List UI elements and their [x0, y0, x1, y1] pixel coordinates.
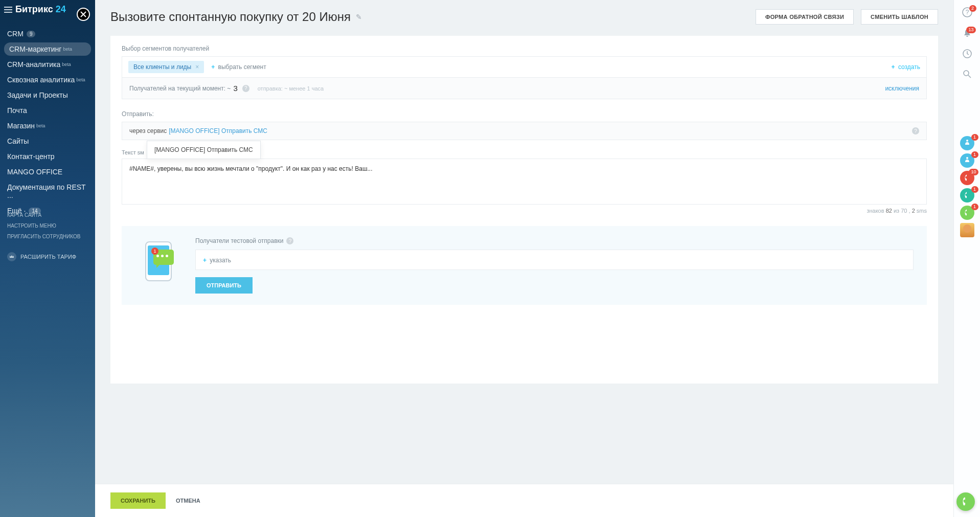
bell-icon[interactable]: 13: [963, 29, 972, 40]
beta-label: beta: [63, 47, 72, 52]
logo-suffix: 24: [56, 4, 66, 14]
segment-chip-label: Все клиенты и лиды: [133, 63, 191, 71]
main: Вызовите спонтанную покупку от 20 Июня ✎…: [95, 0, 953, 517]
bottom-bar: СОХРАНИТЬ ОТМЕНА: [95, 484, 953, 517]
svg-point-3: [964, 71, 969, 76]
nav: CRM 9 CRM-маркетинг beta CRM-аналитика b…: [0, 26, 95, 218]
sidebar-item-rest-docs[interactable]: Документация по REST ...: [0, 179, 95, 203]
fab-call-button[interactable]: [956, 492, 975, 511]
beta-label: beta: [76, 77, 85, 82]
right-rail: ? 2 13 1 1 10 1 1: [953, 0, 980, 517]
send-label: Отправить:: [110, 99, 938, 122]
expand-tariff-label: РАСШИРИТЬ ТАРИФ: [20, 254, 76, 260]
nav-badge: 9: [27, 31, 36, 37]
help-icon[interactable]: ?: [242, 85, 249, 92]
contact-icon[interactable]: 10: [960, 171, 974, 185]
service-prefix: через сервис: [129, 127, 167, 134]
contact-icon[interactable]: 1: [960, 206, 974, 220]
footer-invite[interactable]: ПРИГЛАСИТЬ СОТРУДНИКОВ: [7, 231, 88, 242]
save-button[interactable]: СОХРАНИТЬ: [110, 492, 166, 509]
contact-icon[interactable]: 1: [960, 188, 974, 203]
edit-icon[interactable]: ✎: [356, 13, 362, 21]
contact-icon[interactable]: 1: [960, 153, 974, 168]
service-dropdown[interactable]: [MANGO OFFICE] Отправить СМС: [147, 141, 261, 159]
sidebar-item-crm-marketing[interactable]: CRM-маркетинг beta: [4, 42, 91, 56]
sidebar-item-label: CRM-аналитика: [7, 60, 60, 69]
service-row: через сервис [MANGO OFFICE] Отправить СМ…: [122, 122, 927, 140]
expand-tariff[interactable]: РАСШИРИТЬ ТАРИФ: [7, 252, 88, 261]
page-title: Вызовите спонтанную покупку от 20 Июня: [110, 10, 351, 24]
recipients-count: 3: [233, 84, 237, 93]
plus-icon: +: [211, 63, 215, 71]
exclusions-link[interactable]: исключения: [885, 85, 919, 92]
logo[interactable]: Битрикс 24: [15, 4, 66, 15]
sms-count: 2: [912, 208, 915, 214]
char-current: 82: [886, 208, 892, 214]
phone-notif-badge: 1: [151, 248, 158, 255]
specify-box[interactable]: + указать: [195, 250, 914, 270]
avatar-icon[interactable]: [960, 223, 974, 237]
char-prefix: знаков: [867, 208, 884, 214]
change-template-button[interactable]: СМЕНИТЬ ШАБЛОН: [861, 9, 938, 25]
contact-badge: 1: [971, 134, 978, 141]
sidebar-item-sites[interactable]: Сайты: [0, 133, 95, 149]
sidebar-item-mail[interactable]: Почта: [0, 103, 95, 118]
clock-icon[interactable]: [963, 49, 972, 60]
sidebar-item-label: CRM-маркетинг: [9, 45, 61, 53]
chip-close-icon[interactable]: ×: [195, 63, 199, 71]
help-badge: 2: [969, 5, 976, 12]
contact-icons: 1 1 10 1 1: [960, 136, 974, 237]
sidebar-item-label: CRM: [7, 30, 24, 38]
sidebar-item-through-analytics[interactable]: Сквозная аналитика beta: [0, 72, 95, 87]
sidebar-item-label: MANGO OFFICE: [7, 168, 62, 176]
char-counter: знаков 82 из 70 , 2 sms: [110, 205, 938, 217]
plus-icon: +: [892, 63, 895, 71]
sidebar-item-label: Почта: [7, 106, 27, 115]
sidebar-item-tasks[interactable]: Задачи и Проекты: [0, 87, 95, 103]
specify-label: указать: [210, 257, 231, 264]
contact-icon[interactable]: 1: [960, 136, 974, 150]
test-label-text: Получатели тестовой отправки: [195, 237, 283, 244]
add-segment-link[interactable]: + выбрать сегмент: [211, 63, 266, 71]
specify-link[interactable]: + указать: [203, 257, 231, 264]
contact-badge: 1: [971, 204, 978, 210]
sidebar-item-crm[interactable]: CRM 9: [0, 26, 95, 41]
hamburger-icon[interactable]: [4, 7, 12, 13]
help-icon[interactable]: ? 2: [962, 7, 972, 19]
sending-time: отправка: ~ менее 1 часа: [258, 85, 324, 92]
close-icon[interactable]: [77, 8, 90, 21]
segments-label: Выбор сегментов получателей: [110, 45, 938, 56]
char-limit: 70: [901, 208, 907, 214]
sidebar-item-mango-office[interactable]: MANGO OFFICE: [0, 164, 95, 179]
sidebar-item-crm-analytics[interactable]: CRM-аналитика beta: [0, 57, 95, 72]
sidebar-item-label: Сайты: [7, 137, 29, 145]
help-icon[interactable]: ?: [912, 127, 919, 134]
cancel-button[interactable]: ОТМЕНА: [176, 498, 200, 504]
sms-body: #NAME#, уверены, вы всю жизнь мечтали о …: [129, 165, 373, 172]
header-buttons: ФОРМА ОБРАТНОЙ СВЯЗИ СМЕНИТЬ ШАБЛОН: [756, 9, 938, 25]
dropdown-option[interactable]: [MANGO OFFICE] Отправить СМС: [154, 146, 253, 153]
recipients-label: Получателей на текущий момент: ~: [129, 85, 231, 92]
sidebar-item-label: Документация по REST ...: [7, 183, 88, 199]
service-link[interactable]: [MANGO OFFICE] Отправить СМС: [169, 127, 267, 134]
footer-configure-menu[interactable]: НАСТРОИТЬ МЕНЮ: [7, 220, 88, 231]
phone-illustration: 1: [135, 237, 181, 283]
logo-text: Битрикс: [15, 4, 53, 14]
contact-badge: 1: [971, 186, 978, 193]
segment-chip[interactable]: Все клиенты и лиды ×: [128, 61, 204, 73]
svg-text:?: ?: [965, 9, 969, 16]
help-icon[interactable]: ?: [286, 237, 293, 244]
test-send-button[interactable]: ОТПРАВИТЬ: [195, 277, 253, 294]
test-send-block: 1 Получатели тестовой отправки ? + указа…: [122, 226, 927, 305]
footer-sitemap[interactable]: КАРТА САЙТА: [7, 210, 88, 220]
search-icon[interactable]: [963, 70, 972, 81]
feedback-button[interactable]: ФОРМА ОБРАТНОЙ СВЯЗИ: [756, 9, 854, 25]
sidebar-item-label: Задачи и Проекты: [7, 91, 68, 99]
sms-textarea[interactable]: #NAME#, уверены, вы всю жизнь мечтали о …: [122, 159, 927, 205]
sidebar-item-contact-center[interactable]: Контакт-центр: [0, 149, 95, 164]
sidebar-item-shop[interactable]: Магазин beta: [0, 118, 95, 133]
sidebar-item-label: Магазин: [7, 122, 35, 130]
create-segment-link[interactable]: + создать: [892, 63, 920, 71]
char-mid: из: [894, 208, 899, 214]
sidebar-item-label: Сквозная аналитика: [7, 76, 75, 84]
